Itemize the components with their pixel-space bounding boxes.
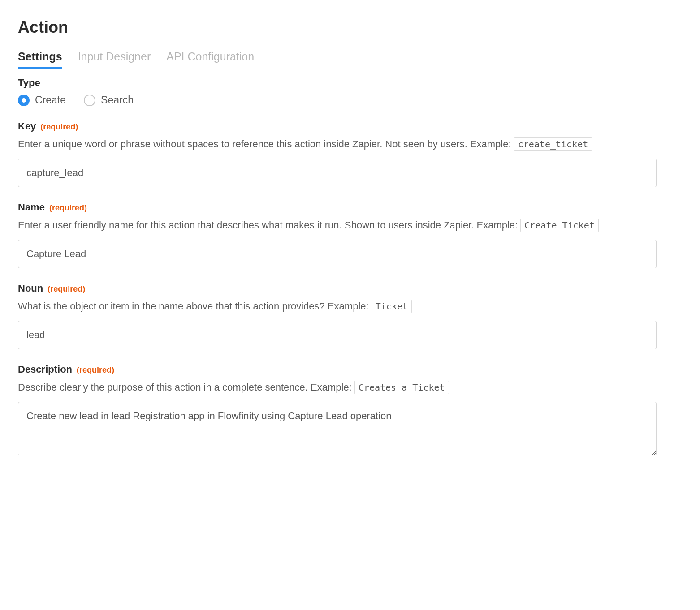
- name-required-tag: (required): [49, 203, 87, 213]
- description-label: Description (required): [18, 364, 663, 375]
- name-label-text: Name: [18, 202, 45, 213]
- page-title: Action: [18, 18, 663, 37]
- radio-circle-search: [84, 95, 95, 106]
- noun-help: What is the object or item in the name a…: [18, 299, 663, 314]
- noun-example-code: Ticket: [372, 300, 412, 313]
- name-help-text: Enter a user friendly name for this acti…: [18, 219, 520, 231]
- noun-required-tag: (required): [48, 284, 85, 294]
- type-label: Type: [18, 77, 663, 89]
- description-example-code: Creates a Ticket: [354, 381, 449, 394]
- noun-input[interactable]: [18, 321, 657, 349]
- noun-label: Noun (required): [18, 283, 663, 294]
- tab-settings[interactable]: Settings: [18, 50, 62, 69]
- key-section: Key (required) Enter a unique word or ph…: [18, 120, 663, 187]
- description-help-text: Describe clearly the purpose of this act…: [18, 382, 354, 393]
- radio-circle-create: [18, 95, 30, 106]
- type-section: Type Create Search: [18, 77, 663, 106]
- description-required-tag: (required): [77, 365, 114, 375]
- name-section: Name (required) Enter a user friendly na…: [18, 202, 663, 268]
- name-example-code: Create Ticket: [520, 219, 599, 232]
- name-label: Name (required): [18, 202, 663, 213]
- tab-input-designer[interactable]: Input Designer: [78, 50, 151, 69]
- tabs-bar: Settings Input Designer API Configuratio…: [18, 50, 663, 69]
- tab-api-configuration[interactable]: API Configuration: [166, 50, 254, 69]
- radio-option-create[interactable]: Create: [18, 94, 66, 106]
- key-help-text: Enter a unique word or phrase without sp…: [18, 138, 514, 150]
- noun-section: Noun (required) What is the object or it…: [18, 283, 663, 349]
- description-help: Describe clearly the purpose of this act…: [18, 380, 663, 395]
- radio-label-search: Search: [101, 94, 134, 106]
- key-label-text: Key: [18, 120, 36, 132]
- name-input[interactable]: [18, 240, 657, 268]
- radio-label-create: Create: [35, 94, 66, 106]
- key-example-code: create_ticket: [514, 137, 592, 151]
- radio-option-search[interactable]: Search: [84, 94, 134, 106]
- description-section: Description (required) Describe clearly …: [18, 364, 663, 457]
- description-input[interactable]: Create new lead in lead Registration app…: [18, 402, 657, 455]
- description-label-text: Description: [18, 364, 72, 375]
- noun-label-text: Noun: [18, 283, 43, 294]
- type-label-text: Type: [18, 77, 40, 89]
- key-required-tag: (required): [40, 122, 78, 132]
- key-help: Enter a unique word or phrase without sp…: [18, 137, 663, 151]
- type-radio-group: Create Search: [18, 94, 663, 106]
- name-help: Enter a user friendly name for this acti…: [18, 218, 663, 232]
- key-input[interactable]: [18, 159, 657, 187]
- noun-help-text: What is the object or item in the name a…: [18, 301, 372, 312]
- key-label: Key (required): [18, 120, 663, 132]
